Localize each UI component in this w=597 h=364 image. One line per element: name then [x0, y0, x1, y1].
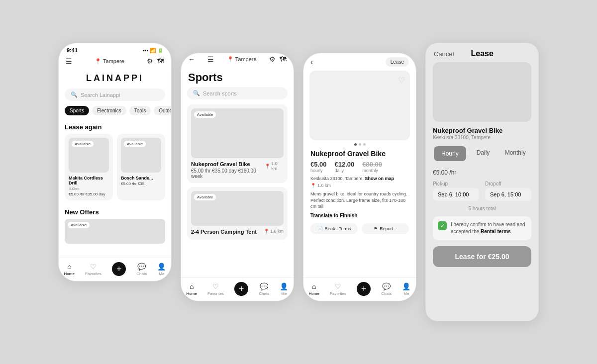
pin-icon-3: 📍 — [265, 164, 270, 169]
lease-item-location: Keskusta 33100, Tampere — [426, 135, 538, 145]
pickup-value[interactable]: Sep 6, 10:00 — [433, 188, 479, 201]
list-item-1[interactable]: Available 2-4 Person Camping Tent 📍 1.6 … — [187, 187, 288, 240]
location-badge-2[interactable]: 📍 Tampere — [227, 56, 257, 63]
nav-chats-3[interactable]: 💬 Chats — [381, 282, 392, 296]
pin-icon-4: 📍 — [264, 229, 269, 234]
dot-1 — [354, 143, 357, 146]
nav-chats-1[interactable]: 💬 Chats — [136, 263, 147, 276]
map-icon[interactable]: 🗺 — [157, 57, 164, 65]
nav-favorites-3[interactable]: ♡ Favorites — [330, 282, 346, 296]
favorite-icon[interactable]: ♡ — [398, 76, 405, 85]
list-title-1: 2-4 Person Camping Tent — [191, 229, 257, 235]
rental-terms-btn[interactable]: 📄 Rental Terms — [310, 223, 358, 234]
period-tabs: Hourly Daily Monthly — [433, 145, 531, 162]
filter-icon-2[interactable]: ⚙ — [269, 55, 276, 63]
signal-icon: ▪▪▪ — [143, 48, 148, 53]
card-price-1: €5.00 /hr €35... — [121, 182, 161, 186]
nav-home-3[interactable]: ⌂ Home — [309, 282, 319, 296]
translate-link[interactable]: Translate to Finnish — [303, 212, 416, 221]
list-available-0: Available — [194, 111, 216, 118]
search-bar-1[interactable]: 🔍 Search Lainappi — [65, 89, 165, 101]
bottom-nav-3: ⌂ Home ♡ Favorites + 💬 Chats 👤 Me — [303, 277, 416, 301]
add-button-3[interactable]: + — [357, 282, 371, 296]
confirm-checkbox[interactable]: ✓ — [438, 221, 447, 230]
pickup-item: Pickup Sep 6, 10:00 — [433, 181, 479, 201]
pill-tools[interactable]: Tools — [129, 106, 151, 115]
category-pills: Sports Electronics Tools Outdoo — [59, 106, 171, 120]
nav-add-1[interactable]: + — [112, 262, 126, 276]
profile-icon-2: 👤 — [280, 282, 288, 290]
new-offers-header: New Offers — [59, 205, 171, 219]
pill-sports[interactable]: Sports — [65, 106, 89, 115]
pin-icon-5: 📍 — [310, 183, 316, 188]
search-bar-2[interactable]: 🔍 Search sports — [187, 87, 288, 99]
tab-hourly[interactable]: Hourly — [434, 146, 466, 161]
detail-location: Keskusta 33100, Tampere. Show on map — [303, 175, 416, 182]
report-btn[interactable]: ⚑ Report... — [362, 223, 409, 234]
lease-cta-button[interactable]: Lease for €25.00 — [433, 246, 531, 267]
detail-distance: 📍 1.0 km — [303, 182, 416, 189]
filter-icon[interactable]: ⚙ — [147, 57, 153, 65]
lease-button-top[interactable]: Lease — [386, 57, 409, 67]
nav-home-1[interactable]: ⌂ Home — [64, 263, 75, 276]
search-icon: 🔍 — [71, 91, 78, 98]
list-title-0: Nukeproof Gravel Bike — [191, 161, 265, 167]
available-badge-1: Available — [123, 140, 146, 148]
new-offer-image: Available — [65, 219, 165, 244]
price-daily: €12.00 daily — [335, 161, 355, 173]
lease-again-cards: Available Makita Cordless Drill 4.0km €5… — [59, 134, 171, 205]
dropoff-label: Dropoff — [485, 181, 531, 186]
menu-icon-2[interactable]: ☰ — [207, 55, 214, 63]
nav-add-2[interactable]: + — [234, 282, 248, 296]
pill-outdoor[interactable]: Outdoo — [154, 106, 171, 115]
nav-favorites-2[interactable]: ♡ Favorites — [207, 282, 224, 296]
location-badge[interactable]: 📍 Tampere — [95, 58, 124, 65]
detail-description: Mens gravel bike, ideal for country road… — [303, 189, 416, 212]
back-icon-3[interactable]: ‹ — [310, 58, 313, 67]
new-offer-badge: Available — [67, 221, 90, 229]
tab-monthly[interactable]: Monthly — [499, 145, 531, 162]
nav-chats-2[interactable]: 💬 Chats — [259, 282, 269, 296]
product-card-1[interactable]: Available Bosch Sande... €5.00 /hr €35..… — [117, 134, 165, 200]
card-image-1: Available — [121, 138, 161, 173]
home-icon: ⌂ — [67, 263, 71, 271]
show-map-link[interactable]: Show on map — [365, 176, 394, 181]
nav-add-3[interactable]: + — [357, 282, 371, 296]
nav-me-2[interactable]: 👤 Me — [280, 282, 288, 296]
heart-nav-icon-3: ♡ — [335, 282, 341, 290]
card-price-0: €5.00 /hr €35.00 day — [69, 192, 109, 196]
nav-me-1[interactable]: 👤 Me — [157, 263, 166, 276]
price-hourly: €5.00 hourly — [310, 161, 327, 173]
nav-favorites-1[interactable]: ♡ Favorites — [85, 263, 101, 276]
add-button-2[interactable]: + — [234, 282, 248, 296]
list-available-1: Available — [194, 193, 216, 201]
rental-terms-link[interactable]: Rental terms — [481, 229, 511, 234]
dot-3 — [363, 143, 366, 146]
status-time: 9:41 — [67, 47, 78, 53]
menu-icon[interactable]: ☰ — [66, 57, 72, 65]
product-card-0[interactable]: Available Makita Cordless Drill 4.0km €5… — [65, 134, 113, 200]
nav-home-2[interactable]: ⌂ Home — [187, 282, 197, 296]
cancel-button[interactable]: Cancel — [434, 50, 454, 58]
home-icon-2: ⌂ — [190, 282, 194, 290]
status-icons: ▪▪▪ 📶 🔋 — [143, 48, 163, 53]
add-button[interactable]: + — [112, 262, 126, 276]
location-text-2: Tampere — [235, 56, 257, 62]
tab-daily[interactable]: Daily — [467, 145, 499, 162]
hours-total: 5 hours total — [426, 206, 538, 216]
lease-item-title: Nukeproof Gravel Bike — [426, 127, 538, 135]
action-row: 📄 Rental Terms ⚑ Report... — [303, 221, 416, 236]
detail-image: ♡ — [309, 71, 410, 140]
profile-icon-3: 👤 — [402, 282, 410, 290]
pill-electronics[interactable]: Electronics — [92, 106, 126, 115]
dropoff-value[interactable]: Sep 6, 15:00 — [485, 188, 531, 201]
search-icon-2: 🔍 — [193, 90, 200, 96]
search-placeholder: Search Lainappi — [81, 92, 120, 98]
list-item-0[interactable]: Available Nukeproof Gravel Bike €5.00 /h… — [187, 104, 288, 183]
battery-icon: 🔋 — [157, 48, 163, 53]
card-image-0: Available — [69, 138, 109, 173]
card-distance-0: 4.0km — [69, 186, 109, 191]
map-icon-2[interactable]: 🗺 — [280, 55, 287, 63]
back-icon-2[interactable]: ← — [188, 55, 195, 63]
nav-me-3[interactable]: 👤 Me — [402, 282, 410, 296]
